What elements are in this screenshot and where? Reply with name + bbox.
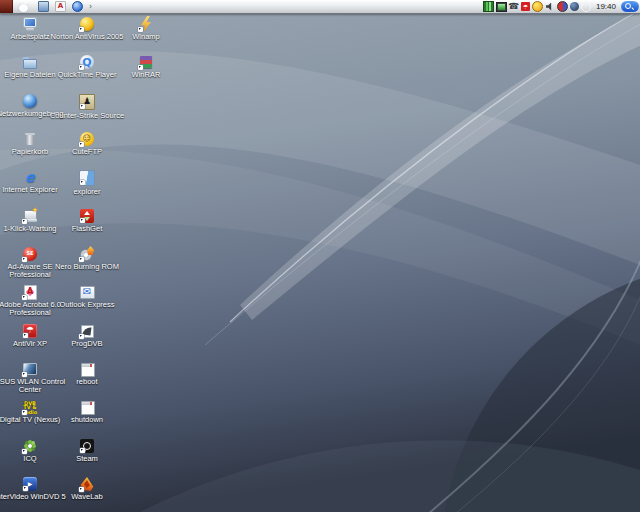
reboot-icon	[79, 361, 95, 377]
shortcut-arrow-icon	[23, 333, 28, 338]
digital-tv-icon: DVB TV & radio	[22, 399, 38, 415]
shortcut-arrow-icon	[22, 257, 27, 262]
explorer-icon	[79, 170, 95, 186]
shortcut-arrow-icon	[79, 142, 84, 147]
shortcut-arrow-icon	[79, 65, 84, 70]
window-app-icon[interactable]	[38, 1, 49, 12]
outlook-icon: ✉	[79, 284, 95, 300]
flashget-icon	[80, 209, 94, 223]
icon-label: WinRAR	[114, 71, 178, 79]
clock: 19:40	[596, 2, 616, 11]
shortcut-arrow-icon	[22, 372, 27, 377]
tray: ☎☂	[483, 1, 591, 12]
shortcut-arrow-icon	[80, 104, 85, 109]
shortcut-arrow-icon	[79, 334, 84, 339]
klick-wartung-glyph: ★	[32, 207, 38, 214]
shortcut-arrow-icon	[22, 410, 27, 415]
icon-label: ProgDVB	[45, 340, 129, 348]
desktop-icon-winamp[interactable]: Winamp	[114, 16, 178, 54]
norton-icon	[79, 16, 95, 32]
spotlight-search-button[interactable]	[621, 1, 639, 12]
shortcut-arrow-icon	[79, 27, 84, 32]
desktop-icon-steam[interactable]: Steam	[45, 438, 129, 476]
ball-tray-icon[interactable]	[570, 2, 579, 11]
papierkorb-icon	[22, 131, 38, 147]
desktop-icon-winrar[interactable]: WinRAR	[114, 54, 178, 92]
acrobat-icon: A	[22, 284, 38, 300]
shortcut-arrow-icon	[22, 219, 27, 224]
icon-label: Outlook Express	[45, 301, 129, 309]
messenger-tray-icon[interactable]	[532, 1, 543, 12]
menu-bar: A › ☎☂ 19:40	[0, 0, 640, 14]
eigene-dateien-icon	[22, 54, 38, 70]
desktop-icon-outlook[interactable]: ✉Outlook Express	[45, 284, 129, 322]
menubar-caret-icon[interactable]: ›	[89, 2, 92, 11]
network-monitor-tray-icon[interactable]	[483, 1, 494, 12]
display-tray-icon[interactable]	[496, 2, 507, 12]
shortcut-arrow-icon	[138, 65, 143, 70]
desktop-icon-counter-strike[interactable]: ♟Counter-Strike Source	[45, 93, 129, 131]
icon-column-3: WinampWinRAR	[114, 16, 178, 93]
volume-tray-icon[interactable]	[545, 2, 555, 12]
quicktime-icon: Q	[79, 54, 95, 70]
icon-label: FlashGet	[45, 225, 129, 233]
cuteftp-icon: ☺	[79, 131, 95, 147]
internet-explorer-icon: e	[22, 169, 38, 185]
icon-label: Counter-Strike Source	[45, 112, 129, 120]
antivir-tray-icon[interactable]: ☂	[521, 2, 530, 11]
windvd-icon: ▶	[23, 477, 37, 491]
shortcut-arrow-icon	[80, 448, 85, 453]
desktop-icon-explorer[interactable]: explorer	[45, 169, 129, 207]
shortcut-arrow-icon	[138, 27, 143, 32]
internet-explorer-glyph: e	[25, 170, 35, 184]
shutdown-icon	[79, 399, 95, 415]
desktop-icon-area: ArbeitsplatzEigene DateienNetzwerkumgebu…	[0, 13, 640, 512]
antivir-glyph: ☂	[523, 4, 528, 10]
arbeitsplatz-icon	[22, 16, 38, 32]
ad-aware-glyph: SE	[26, 251, 33, 256]
media-player-tray-icon[interactable]	[557, 1, 568, 12]
icon-label: CuteFTP	[45, 148, 129, 156]
browser-app-icon[interactable]	[72, 1, 83, 12]
desktop-icon-cuteftp[interactable]: ☺CuteFTP	[45, 131, 129, 169]
apple-menu-icon[interactable]	[19, 1, 28, 12]
nero-icon	[79, 246, 95, 262]
winrar-icon	[138, 54, 154, 70]
desktop-icon-wavelab[interactable]: WaveLab	[45, 476, 129, 512]
icq-icon	[22, 438, 38, 454]
shortcut-arrow-icon	[79, 487, 84, 492]
icon-label: Nero Burning ROM	[45, 263, 129, 271]
menu-corner-button[interactable]	[0, 0, 13, 13]
desktop-icon-nero[interactable]: Nero Burning ROM	[45, 246, 129, 284]
klick-wartung-icon: ★	[22, 208, 38, 224]
menubar-app-icons: A	[35, 1, 86, 12]
icon-label: Steam	[45, 455, 129, 463]
desktop-icon-reboot[interactable]: reboot	[45, 361, 129, 399]
shortcut-arrow-icon	[22, 449, 27, 454]
counter-strike-icon: ♟	[79, 94, 95, 110]
outlook-glyph: ✉	[83, 287, 91, 297]
icon-label: shutdown	[45, 416, 129, 424]
icon-label: reboot	[45, 378, 129, 386]
shortcut-arrow-icon	[23, 486, 28, 491]
windvd-glyph: ▶	[28, 481, 33, 487]
desktop-screen: A › ☎☂ 19:40 ArbeitsplatzEigene DateienN…	[0, 0, 640, 512]
antivir-icon: ☂	[23, 324, 37, 338]
desktop-icon-progdvb[interactable]: ProgDVB	[45, 323, 129, 361]
shortcut-arrow-icon	[79, 257, 84, 262]
netzwerkumgebung-icon	[22, 93, 38, 109]
stopwatch-tray-icon[interactable]	[581, 2, 591, 12]
shortcut-arrow-icon	[22, 295, 27, 300]
desktop-icon-shutdown[interactable]: shutdown	[45, 399, 129, 437]
icon-label: Winamp	[114, 33, 178, 41]
progdvb-icon	[79, 323, 95, 339]
phone-tray-icon[interactable]: ☎	[509, 2, 519, 12]
icon-label: WaveLab	[45, 493, 129, 501]
desktop-icon-flashget[interactable]: FlashGet	[45, 208, 129, 246]
red-a-app-icon[interactable]: A	[55, 1, 66, 12]
menubar-right: ☎☂ 19:40	[483, 1, 640, 12]
steam-icon	[80, 439, 94, 453]
winamp-icon	[138, 16, 154, 32]
shortcut-arrow-icon	[80, 218, 85, 223]
icon-label: explorer	[45, 188, 129, 196]
